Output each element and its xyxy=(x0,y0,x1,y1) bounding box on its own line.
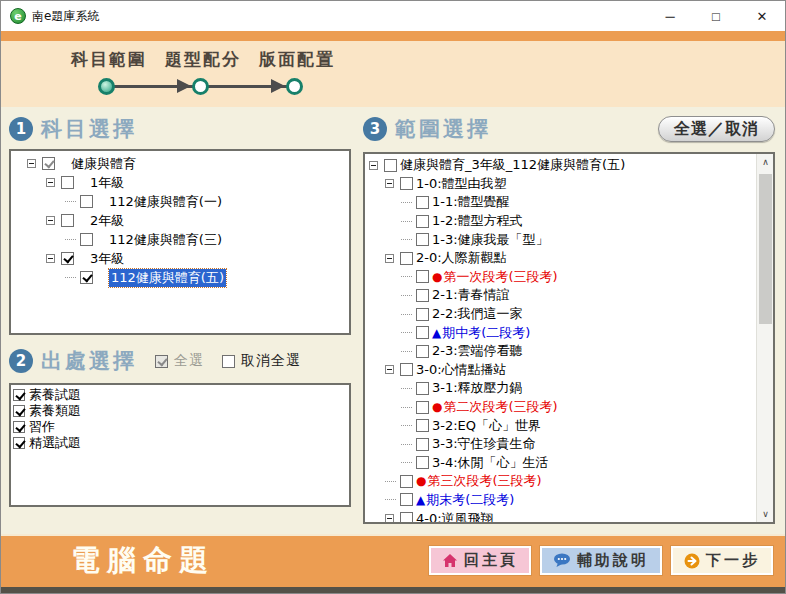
tree-checkbox[interactable] xyxy=(80,271,93,284)
wizard-step-circle[interactable] xyxy=(286,78,303,95)
item-checkbox[interactable] xyxy=(13,389,25,401)
scroll-down-icon[interactable]: ∨ xyxy=(757,506,774,522)
tree-checkbox[interactable] xyxy=(42,157,55,170)
tree-row[interactable]: 1-0:體型由我塑 xyxy=(367,175,756,194)
tree-item-label[interactable]: 1年級 xyxy=(90,174,124,192)
tree-item-label[interactable]: 3-2:EQ「心」世界 xyxy=(432,417,541,435)
maximize-button[interactable]: □ xyxy=(693,1,739,31)
tree-item-label[interactable]: 健康與體育_3年級_112健康與體育(五) xyxy=(400,156,625,174)
list-item[interactable]: 精選試題 xyxy=(13,435,349,451)
tree-row[interactable]: ●第二次段考(三段考) xyxy=(367,398,756,417)
expander-icon[interactable] xyxy=(46,178,55,187)
footer-button-help[interactable]: 輔助說明 xyxy=(540,546,662,575)
tree-checkbox[interactable] xyxy=(384,159,397,172)
tree-checkbox[interactable] xyxy=(61,176,74,189)
tree-row[interactable]: 3-2:EQ「心」世界 xyxy=(367,416,756,435)
tree-row[interactable]: 健康與體育_3年級_112健康與體育(五) xyxy=(367,156,756,175)
scrollbar-thumb[interactable] xyxy=(759,174,772,324)
tree-row[interactable]: 1-1:體型覺醒 xyxy=(367,193,756,212)
close-button[interactable]: ✕ xyxy=(739,1,785,31)
tree-checkbox[interactable] xyxy=(400,475,413,488)
tree-item-label[interactable]: 112健康與體育(五) xyxy=(109,269,226,287)
tree-item-label[interactable]: 1-2:體型方程式 xyxy=(432,212,523,230)
tree-checkbox[interactable] xyxy=(416,326,429,339)
tree-checkbox[interactable] xyxy=(400,512,413,522)
expander-icon[interactable] xyxy=(369,161,378,170)
tree-item-label[interactable]: 1-1:體型覺醒 xyxy=(432,193,510,211)
tree-checkbox[interactable] xyxy=(61,214,74,227)
tree-item-label[interactable]: ●第三次段考(三段考) xyxy=(416,472,542,490)
tree-row[interactable]: 3-4:休閒「心」生活 xyxy=(367,454,756,473)
tree-item-label[interactable]: 112健康與體育(三) xyxy=(109,231,222,249)
tree-checkbox[interactable] xyxy=(416,438,429,451)
tree-row[interactable]: 2-3:雲端停看聽 xyxy=(367,342,756,361)
tree-item-label[interactable]: 3-1:釋放壓力鍋 xyxy=(432,379,523,397)
tree-row[interactable]: 3年級 xyxy=(13,249,349,268)
item-checkbox[interactable] xyxy=(13,437,25,449)
tree-item-label[interactable]: 3-3:守住珍貴生命 xyxy=(432,435,536,453)
tree-checkbox[interactable] xyxy=(416,345,429,358)
tree-item-label[interactable]: 1-0:體型由我塑 xyxy=(416,175,507,193)
tree-item-label[interactable]: 2-2:我們這一家 xyxy=(432,305,523,323)
tree-item-label[interactable]: 112健康與體育(一) xyxy=(109,193,222,211)
tree-checkbox[interactable] xyxy=(80,233,93,246)
tree-checkbox[interactable] xyxy=(400,177,413,190)
tree-checkbox[interactable] xyxy=(400,363,413,376)
tree-row[interactable]: ●第三次段考(三段考) xyxy=(367,472,756,491)
expander-icon[interactable] xyxy=(27,159,36,168)
wizard-step-label[interactable]: 版面配置 xyxy=(227,48,367,71)
tree-row[interactable]: 2-1:青春情誼 xyxy=(367,286,756,305)
tree-checkbox[interactable] xyxy=(416,401,429,414)
tree-checkbox[interactable] xyxy=(400,493,413,506)
tree-checkbox[interactable] xyxy=(80,195,93,208)
tree-item-label[interactable]: ●第二次段考(三段考) xyxy=(432,398,558,416)
footer-button-home[interactable]: 回主頁 xyxy=(429,546,531,575)
tree-row[interactable]: 2-2:我們這一家 xyxy=(367,305,756,324)
select-all-checkbox[interactable] xyxy=(155,355,168,368)
expander-icon[interactable] xyxy=(385,365,394,374)
tree-row[interactable]: 3-0:心情點播站 xyxy=(367,361,756,380)
scrollbar[interactable]: ∧ ∨ xyxy=(756,154,773,522)
list-item[interactable]: 素養試題 xyxy=(13,387,349,403)
tree-row[interactable]: 112健康與體育(一) xyxy=(13,192,349,211)
tree-checkbox[interactable] xyxy=(400,252,413,265)
tree-row[interactable]: 1-2:體型方程式 xyxy=(367,212,756,231)
tree-row[interactable]: 2年級 xyxy=(13,211,349,230)
tree-row[interactable]: ●第一次段考(三段考) xyxy=(367,268,756,287)
expander-icon[interactable] xyxy=(46,216,55,225)
tree-checkbox[interactable] xyxy=(416,456,429,469)
item-checkbox[interactable] xyxy=(13,405,25,417)
toggle-all-button[interactable]: 全選／取消 xyxy=(658,116,775,142)
tree-row[interactable]: 3-3:守住珍貴生命 xyxy=(367,435,756,454)
wizard-step-circle[interactable] xyxy=(98,78,115,95)
tree-item-label[interactable]: 健康與體育 xyxy=(71,155,136,173)
tree-item-label[interactable]: 2-3:雲端停看聽 xyxy=(432,342,523,360)
tree-row[interactable]: 2-0:人際新觀點 xyxy=(367,249,756,268)
tree-item-label[interactable]: 1-3:健康我最「型」 xyxy=(432,231,549,249)
tree-item-label[interactable]: ●第一次段考(三段考) xyxy=(432,268,558,286)
tree-checkbox[interactable] xyxy=(416,308,429,321)
tree-item-label[interactable]: 3-0:心情點播站 xyxy=(416,361,507,379)
tree-row[interactable]: 112健康與體育(三) xyxy=(13,230,349,249)
tree-row[interactable]: 1-3:健康我最「型」 xyxy=(367,230,756,249)
tree-item-label[interactable]: ▲期中考(二段考) xyxy=(432,324,530,342)
tree-checkbox[interactable] xyxy=(416,419,429,432)
wizard-step-circle[interactable] xyxy=(192,78,209,95)
tree-row[interactable]: 112健康與體育(五) xyxy=(13,268,349,287)
tree-row[interactable]: ▲期中考(二段考) xyxy=(367,323,756,342)
scroll-up-icon[interactable]: ∧ xyxy=(757,154,774,170)
tree-checkbox[interactable] xyxy=(61,252,74,265)
tree-row[interactable]: 健康與體育 xyxy=(13,154,349,173)
footer-button-next[interactable]: 下一步 xyxy=(671,546,773,575)
tree-checkbox[interactable] xyxy=(416,289,429,302)
tree-checkbox[interactable] xyxy=(416,270,429,283)
expander-icon[interactable] xyxy=(385,179,394,188)
tree-item-label[interactable]: ▲期末考(二段考) xyxy=(416,491,514,509)
minimize-button[interactable]: ─ xyxy=(647,1,693,31)
tree-item-label[interactable]: 2年級 xyxy=(90,212,124,230)
expander-icon[interactable] xyxy=(385,514,394,522)
tree-row[interactable]: 4-0:逆風飛翔 xyxy=(367,509,756,522)
tree-row[interactable]: 3-1:釋放壓力鍋 xyxy=(367,379,756,398)
tree-checkbox[interactable] xyxy=(416,196,429,209)
tree-checkbox[interactable] xyxy=(416,382,429,395)
